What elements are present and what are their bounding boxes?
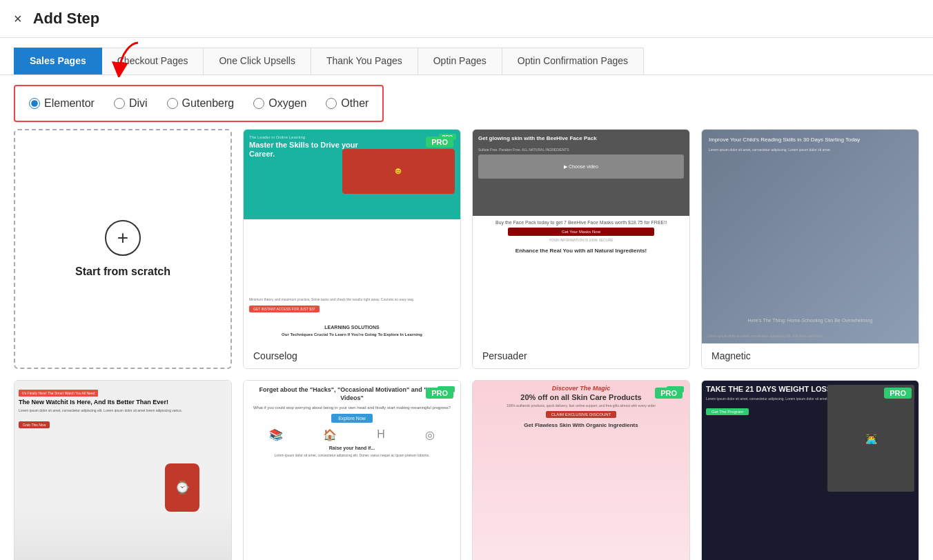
radio-other[interactable] bbox=[326, 98, 337, 109]
filter-label-divi: Divi bbox=[129, 97, 148, 110]
filter-other[interactable]: Other bbox=[326, 97, 369, 110]
filter-gutenberg[interactable]: Gutenberg bbox=[167, 97, 235, 110]
scratch-label: Start from scratch bbox=[75, 266, 170, 278]
template-grid: + Start from scratch The Leader in Onlin… bbox=[0, 129, 933, 560]
template-card-magnetic[interactable]: Improve Your Child's Reading Skills in 3… bbox=[701, 129, 919, 369]
radio-elementor[interactable] bbox=[29, 98, 40, 109]
tab-optin-confirm[interactable]: Optin Confirmation Pages bbox=[502, 48, 644, 74]
card-thumbnail: PRO Forget about the "Hacks", "Occasiona… bbox=[244, 381, 460, 560]
preview-button[interactable]: Preview bbox=[542, 224, 620, 250]
template-card-weightloss[interactable]: PRO TAKE THE 21 DAYS WEIGHT LOSS CHALLEN… bbox=[701, 380, 919, 560]
card-name: Persuader bbox=[473, 343, 689, 368]
filter-label-other: Other bbox=[341, 97, 369, 110]
template-card-hackvid[interactable]: PRO Forget about the "Hacks", "Occasiona… bbox=[243, 380, 461, 560]
preview-button[interactable]: Preview bbox=[542, 475, 620, 501]
page-title: Add Step bbox=[33, 10, 100, 28]
card-thumbnail: Improve Your Child's Reading Skills in 3… bbox=[702, 130, 919, 343]
card-thumbnail: PRO TAKE THE 21 DAYS WEIGHT LOSS CHALLEN… bbox=[702, 381, 919, 560]
filter-bar: ElementorDiviGutenbergOxygenOther bbox=[14, 85, 384, 122]
radio-divi[interactable] bbox=[114, 98, 125, 109]
preview-button[interactable]: Preview bbox=[772, 475, 849, 501]
preview-button[interactable]: Preview bbox=[772, 224, 849, 250]
preview-button[interactable]: Preview bbox=[313, 475, 391, 501]
template-card-persuader[interactable]: Get glowing skin with the BeeHive Face P… bbox=[472, 129, 690, 369]
tab-sales[interactable]: Sales Pages bbox=[14, 48, 102, 74]
filter-elementor[interactable]: Elementor bbox=[29, 97, 95, 110]
filter-divi[interactable]: Divi bbox=[114, 97, 148, 110]
filter-label-elementor: Elementor bbox=[44, 97, 95, 110]
card-thumbnail: Get glowing skin with the BeeHive Face P… bbox=[473, 130, 689, 343]
card-name: Courselog bbox=[244, 343, 460, 368]
card-thumbnail: It's Finally Here! The Smart Watch You A… bbox=[14, 381, 231, 560]
tabs-wrapper: Sales PagesCheckout PagesOne Click Upsel… bbox=[0, 38, 933, 75]
tabs-bar: Sales PagesCheckout PagesOne Click Upsel… bbox=[0, 38, 933, 75]
radio-gutenberg[interactable] bbox=[167, 98, 178, 109]
tab-thankyou[interactable]: Thank You Pages bbox=[311, 48, 418, 74]
template-card-watch[interactable]: It's Finally Here! The Smart Watch You A… bbox=[14, 380, 232, 560]
add-icon: + bbox=[105, 220, 141, 256]
preview-button[interactable]: Preview bbox=[313, 224, 391, 250]
card-thumbnail: PRO Discover The Magic 20% off on all Sk… bbox=[473, 381, 689, 560]
close-icon[interactable]: × bbox=[14, 11, 22, 27]
template-card-skincare[interactable]: PRO Discover The Magic 20% off on all Sk… bbox=[472, 380, 690, 560]
header: × Add Step bbox=[0, 0, 933, 38]
scratch-card[interactable]: + Start from scratch bbox=[14, 129, 232, 369]
radio-oxygen[interactable] bbox=[253, 98, 264, 109]
template-card-courselog[interactable]: The Leader in Online Learning PRO Master… bbox=[243, 129, 461, 369]
filter-oxygen[interactable]: Oxygen bbox=[253, 97, 306, 110]
tab-optin[interactable]: Optin Pages bbox=[418, 48, 502, 74]
card-name: Magnetic bbox=[702, 343, 919, 368]
filter-label-gutenberg: Gutenberg bbox=[182, 97, 235, 110]
filter-label-oxygen: Oxygen bbox=[268, 97, 306, 110]
preview-button[interactable]: Preview bbox=[84, 475, 162, 501]
tab-checkout[interactable]: Checkout Pages bbox=[102, 48, 204, 74]
tab-upsells[interactable]: One Click Upsells bbox=[204, 48, 311, 74]
card-thumbnail: The Leader in Online Learning PRO Master… bbox=[244, 130, 460, 343]
